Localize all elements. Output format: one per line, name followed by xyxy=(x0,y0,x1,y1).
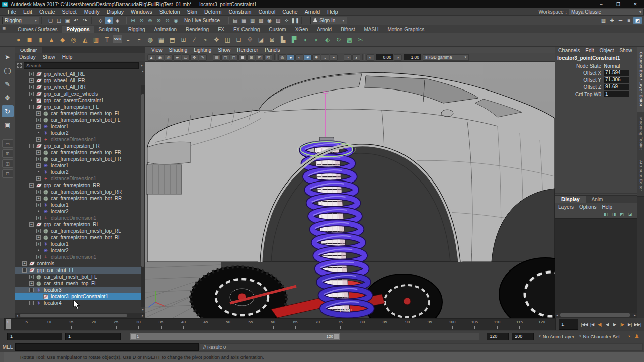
channel-box-menu-object[interactable]: Object xyxy=(600,48,614,53)
channel-value-field[interactable]: 1 xyxy=(604,91,629,97)
outliner-menu-show[interactable]: Show xyxy=(43,54,55,60)
play-backwards-button[interactable]: ◀ xyxy=(604,320,611,328)
combine-icon[interactable]: ◒ xyxy=(123,35,133,45)
paint-select-tool[interactable]: ✎ xyxy=(2,78,14,90)
ambient-occlusion-icon[interactable]: ◒ xyxy=(321,54,329,61)
outliner-horizontal-scrollbar[interactable]: ◄ ► xyxy=(15,313,145,318)
shelf-tab-arnold[interactable]: Arnold xyxy=(312,26,336,33)
menu-set-selector[interactable]: Rigging ▾ xyxy=(2,17,39,24)
viewport-canvas[interactable]: persp xyxy=(145,62,555,318)
expander-toggle[interactable]: + xyxy=(36,216,41,220)
scroll-right-icon[interactable]: ► xyxy=(633,313,636,317)
grid-icon[interactable]: ▦ xyxy=(213,54,221,61)
channel-value-field[interactable]: 91.69 xyxy=(604,84,629,90)
step-forward-key-button[interactable]: |▶ xyxy=(619,320,626,328)
gamma-field[interactable]: 1.00 xyxy=(404,54,421,60)
outliner-item-car-strut-mesh-top-fl[interactable]: +car_strut_mesh_top_FL xyxy=(15,280,145,287)
playback-start-field[interactable]: 1 xyxy=(65,333,121,340)
single-pane-layout-button[interactable]: ▭ xyxy=(2,139,13,148)
camera-attributes-icon[interactable]: ◎ xyxy=(165,54,173,61)
sculpt-smooth-icon[interactable]: ◖ xyxy=(300,35,310,45)
lasso-select-tool[interactable]: ◯ xyxy=(2,64,14,76)
menu-file[interactable]: File xyxy=(4,9,20,15)
animation-start-field[interactable]: 1 xyxy=(7,333,62,340)
scale-tool[interactable]: ▣ xyxy=(2,119,14,131)
poly-plane-icon[interactable]: ◆ xyxy=(57,35,68,45)
expander-toggle[interactable]: − xyxy=(29,288,34,292)
expander-toggle[interactable]: + xyxy=(29,281,34,286)
chevron-down-icon[interactable]: ▾ xyxy=(141,63,143,68)
exposure-icon[interactable]: ◐ xyxy=(366,54,374,61)
expander-toggle[interactable]: + xyxy=(22,261,27,266)
viewport-menu-panels[interactable]: Panels xyxy=(265,47,280,53)
stacked-layout-button[interactable]: ⊟ xyxy=(2,169,13,178)
step-back-key-button[interactable]: ◀| xyxy=(596,320,604,328)
quick-render-icon[interactable]: ▥ xyxy=(248,17,257,24)
select-camera-icon[interactable]: ▲ xyxy=(147,54,155,61)
field-chart-icon[interactable]: ⊞ xyxy=(247,54,255,61)
snap-grid-icon[interactable]: ⊞ xyxy=(129,17,137,24)
outliner-item-grp-car-parentconstraint1[interactable]: •grp_car_parentConstraint1 xyxy=(15,97,145,104)
outliner-item-locator2[interactable]: •✳locator2 xyxy=(15,130,145,136)
menu-help[interactable]: Help xyxy=(324,9,342,15)
menu-arnold[interactable]: Arnold xyxy=(301,9,324,15)
outliner-item-distancedimension1[interactable]: ++distanceDimension1 xyxy=(15,215,145,221)
snap-view-plane-icon[interactable]: ⊜ xyxy=(163,17,172,24)
expander-toggle[interactable]: + xyxy=(36,242,41,246)
divider[interactable] xyxy=(226,17,229,24)
divider[interactable] xyxy=(301,17,304,24)
channel-box-menu-show[interactable]: Show xyxy=(619,48,632,53)
tool-settings-icon[interactable]: ✚ xyxy=(608,17,616,24)
move-layer-down-icon[interactable]: ◨ xyxy=(610,211,618,218)
image-plane-icon[interactable]: ▭ xyxy=(182,54,190,61)
channel-box-horizontal-scrollbar[interactable]: ◄ ► xyxy=(555,313,637,318)
shelf-tab-polygons[interactable]: Polygons xyxy=(62,26,94,33)
outliner-item-locator1[interactable]: +✳locator1 xyxy=(15,123,145,130)
outliner-item-distancedimension1[interactable]: ++distanceDimension1 xyxy=(15,175,145,182)
sculpt-grab-icon[interactable]: ⬖ xyxy=(322,35,333,45)
expander-toggle[interactable]: + xyxy=(36,163,41,168)
construction-history-icon[interactable]: ▤ xyxy=(231,17,239,24)
shadows-icon[interactable]: ✸ xyxy=(312,54,320,61)
open-render-view-icon[interactable]: ▦ xyxy=(239,17,248,24)
lock-camera-icon[interactable]: ◉ xyxy=(156,54,164,61)
outliner-item-grp-wheel-all-fr[interactable]: +grp_wheel_All_FR xyxy=(15,77,145,84)
sculpt-flatten-icon[interactable]: ▩ xyxy=(344,35,355,45)
playback-end-field[interactable]: 120 xyxy=(487,333,509,340)
safe-title-icon[interactable]: ◱ xyxy=(264,54,272,61)
use-all-lights-icon[interactable]: ☀ xyxy=(304,54,312,61)
drag-handle[interactable] xyxy=(0,331,4,342)
shelf-tab-xgen[interactable]: XGen xyxy=(291,26,313,33)
modeling-toolkit-icon[interactable]: ◩ xyxy=(633,17,642,24)
play-forwards-button[interactable]: ▶ xyxy=(611,320,619,328)
expander-toggle[interactable]: + xyxy=(36,118,41,122)
menu-display[interactable]: Display xyxy=(103,9,127,15)
menu-skin[interactable]: Skin xyxy=(184,9,201,15)
divider[interactable] xyxy=(555,193,637,194)
outliner-item-locator2[interactable]: •✳locator2 xyxy=(15,247,145,254)
viewport-menu-view[interactable]: View xyxy=(151,47,163,53)
poly-torus-icon[interactable]: ◎ xyxy=(68,35,79,45)
expander-toggle[interactable]: + xyxy=(36,111,41,116)
outliner-item-locator1[interactable]: +✳locator1 xyxy=(15,162,145,169)
panel-tab-channel-box-layer-editor[interactable]: Channel Box / Layer Editor xyxy=(637,47,644,112)
poly-sphere-icon[interactable]: ● xyxy=(13,35,24,45)
shelf-menu-icon[interactable]: ≣ xyxy=(2,26,6,31)
smooth-icon[interactable]: ◍ xyxy=(145,35,155,45)
outliner-item-locator3-pointconstraint1[interactable]: locator3_pointConstraint1 xyxy=(15,293,145,300)
shelf-tab-fx-caching[interactable]: FX Caching xyxy=(229,26,264,33)
gamma-icon[interactable]: ◑ xyxy=(394,54,402,61)
attribute-editor-icon[interactable]: ☰ xyxy=(616,17,625,24)
panel-tab-attribute-editor[interactable]: Attribute Editor xyxy=(637,155,644,197)
outliner-item-locator2[interactable]: •✳locator2 xyxy=(15,169,145,175)
rotate-tool[interactable]: ↻ xyxy=(2,105,14,117)
bevel-icon[interactable]: ❖ xyxy=(211,35,222,45)
wireframe-icon[interactable]: ◍ xyxy=(278,54,286,61)
drag-handle[interactable] xyxy=(0,352,4,362)
outliner-item-grp-wheel-all-rr[interactable]: +grp_wheel_All_RR xyxy=(15,84,145,90)
layer-menu-options[interactable]: Options xyxy=(579,204,596,210)
go-to-end-button[interactable]: ▶▶| xyxy=(634,320,642,328)
command-result[interactable]: // Result: 0 xyxy=(200,343,643,351)
layer-tab-display[interactable]: Display xyxy=(555,196,586,203)
outliner-item-controls[interactable]: +controls xyxy=(15,260,145,267)
